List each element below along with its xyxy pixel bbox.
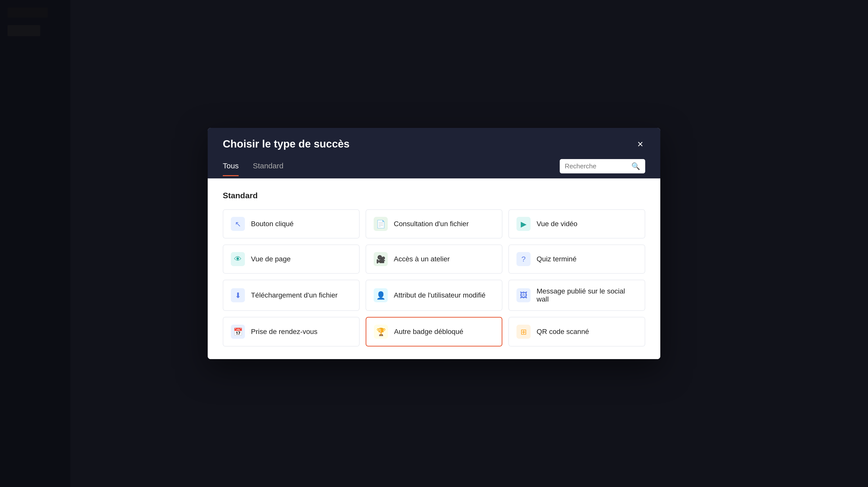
file-icon: 📄 [374, 217, 388, 231]
search-input[interactable] [565, 162, 629, 170]
item-label-attribut-utilisateur: Attribut de l'utilisateur modifié [394, 291, 486, 299]
search-box: 🔍 [560, 159, 645, 173]
video-icon: ▶ [517, 217, 531, 231]
user-icon: 👤 [374, 288, 388, 302]
item-card-bouton-clique[interactable]: ↖Bouton cliqué [223, 209, 360, 238]
question-icon: ? [517, 252, 531, 266]
item-label-acces-atelier: Accès à un atelier [394, 255, 450, 263]
item-card-qr-code[interactable]: ⊞QR code scanné [508, 317, 645, 347]
image-icon: 🖼 [517, 288, 531, 302]
calendar-icon: 📅 [231, 325, 245, 339]
item-label-bouton-clique: Bouton cliqué [251, 220, 294, 228]
download-icon: ⬇ [231, 288, 245, 302]
item-label-vue-page: Vue de page [251, 255, 291, 263]
qr-icon: ⊞ [517, 325, 531, 339]
items-grid: ↖Bouton cliqué📄Consultation d'un fichier… [223, 209, 645, 347]
item-card-consultation-fichier[interactable]: 📄Consultation d'un fichier [366, 209, 502, 238]
modal-header: Choisir le type de succès × Tous Standar… [208, 128, 660, 178]
item-label-quiz-termine: Quiz terminé [536, 255, 577, 263]
item-label-message-social: Message publié sur le social wall [536, 287, 637, 303]
modal-dialog: Choisir le type de succès × Tous Standar… [208, 128, 660, 359]
cursor-icon: ↖ [231, 217, 245, 231]
eye-icon: 👁 [231, 252, 245, 266]
item-label-prise-rdv: Prise de rendez-vous [251, 328, 317, 336]
item-label-consultation-fichier: Consultation d'un fichier [394, 220, 469, 228]
modal-body: Standard ↖Bouton cliqué📄Consultation d'u… [208, 178, 660, 359]
item-card-attribut-utilisateur[interactable]: 👤Attribut de l'utilisateur modifié [366, 280, 502, 311]
tab-tous[interactable]: Tous [223, 162, 239, 176]
modal-overlay: Choisir le type de succès × Tous Standar… [0, 0, 868, 487]
item-card-telechargement-fichier[interactable]: ⬇Téléchargement d'un fichier [223, 280, 360, 311]
modal-title: Choisir le type de succès [223, 138, 349, 150]
tab-standard[interactable]: Standard [253, 162, 283, 176]
camera-icon: 🎥 [374, 252, 388, 266]
item-label-vue-video: Vue de vidéo [536, 220, 577, 228]
trophy-icon: 🏆 [374, 325, 388, 339]
close-button[interactable]: × [636, 139, 645, 149]
item-card-prise-rdv[interactable]: 📅Prise de rendez-vous [223, 317, 360, 347]
item-label-autre-badge: Autre badge débloqué [394, 328, 463, 336]
item-card-vue-page[interactable]: 👁Vue de page [223, 245, 360, 274]
item-card-acces-atelier[interactable]: 🎥Accès à un atelier [366, 245, 502, 274]
tabs-container: Tous Standard [223, 162, 298, 176]
item-label-telechargement-fichier: Téléchargement d'un fichier [251, 291, 338, 299]
item-card-vue-video[interactable]: ▶Vue de vidéo [508, 209, 645, 238]
item-label-qr-code: QR code scanné [536, 328, 589, 336]
section-title: Standard [223, 191, 645, 200]
item-card-autre-badge[interactable]: 🏆Autre badge débloqué [366, 317, 502, 347]
item-card-message-social[interactable]: 🖼Message publié sur le social wall [508, 280, 645, 311]
search-icon: 🔍 [631, 162, 640, 170]
modal-tabs: Tous Standard 🔍 [223, 159, 645, 178]
modal-title-row: Choisir le type de succès × [223, 138, 645, 150]
item-card-quiz-termine[interactable]: ?Quiz terminé [508, 245, 645, 274]
